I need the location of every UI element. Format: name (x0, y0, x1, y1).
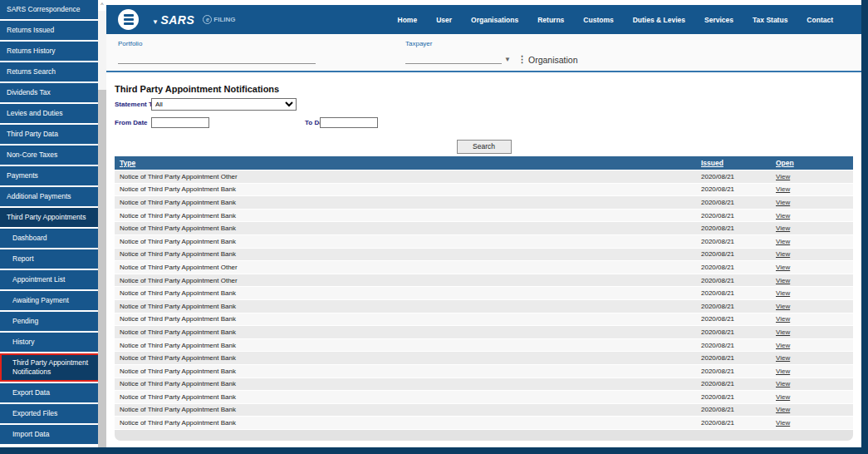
nav-link[interactable]: Tax Status (753, 16, 787, 24)
view-link[interactable]: View (776, 225, 790, 232)
view-link[interactable]: View (776, 185, 790, 193)
to-date-input[interactable] (320, 117, 378, 128)
sidebar-item-label: Returns Issued (7, 26, 54, 34)
sidebar-item-label: Dashboard (12, 234, 47, 242)
cell-type: Notice of Third Party Appointment Bank (115, 199, 696, 206)
view-link[interactable]: View (776, 393, 790, 401)
sidebar-sub-item[interactable]: Exported Files (0, 404, 98, 423)
cell-issued: 2020/08/21 (696, 354, 771, 362)
efiling-logo-text: FILING (213, 16, 235, 23)
view-link[interactable]: View (776, 380, 790, 387)
nav-link[interactable]: Organisations (471, 16, 518, 24)
table-row: Notice of Third Party Appointment Bank 2… (115, 235, 853, 249)
sidebar-item[interactable]: Returns Issued (0, 21, 98, 40)
view-link[interactable]: View (776, 368, 790, 375)
sidebar-item-label: Appointment List (12, 275, 65, 284)
scrollbar-thumb[interactable] (98, 11, 106, 90)
hamburger-menu-icon[interactable] (118, 9, 139, 30)
sidebar-sub-item[interactable]: History (0, 333, 98, 352)
view-link[interactable]: View (776, 315, 790, 323)
cell-issued: 2020/08/21 (696, 185, 771, 193)
sidebar-sub-item[interactable]: Awaiting Payment (0, 291, 98, 310)
sidebar-item-label: Third Party Appointments (7, 213, 86, 221)
view-link[interactable]: View (776, 342, 790, 349)
from-date-input[interactable] (151, 117, 209, 128)
sidebar-item-label: History (12, 338, 34, 346)
statement-type-select[interactable]: All (151, 98, 297, 111)
view-link[interactable]: View (776, 354, 790, 362)
nav-link[interactable]: Contact (807, 16, 833, 24)
view-link[interactable]: View (776, 250, 790, 258)
sidebar-item-label: Exported Files (12, 409, 57, 417)
sidebar-sub-item[interactable]: Export Data (0, 383, 98, 402)
sidebar-item[interactable]: Returns Search (0, 62, 98, 81)
sidebar-item[interactable]: Third Party Data (0, 125, 98, 144)
table-row: Notice of Third Party Appointment Bank 2… (115, 184, 853, 197)
table-row: Notice of Third Party Appointment Bank 2… (115, 365, 853, 378)
view-link[interactable]: View (776, 173, 790, 180)
nav-link[interactable]: Services (704, 16, 733, 24)
sidebar-item-third-party-appointments[interactable]: Third Party Appointments (0, 208, 98, 227)
sars-logo-text: SARS (160, 13, 194, 27)
cell-type: Notice of Third Party Appointment Bank (115, 315, 696, 323)
kebab-menu-icon[interactable]: ⋮ (517, 54, 527, 65)
view-link[interactable]: View (776, 238, 790, 245)
date-filter-row: From Date To Date (115, 116, 853, 131)
sidebar-item[interactable]: Additional Payments (0, 187, 98, 206)
main-panel: ▼ SARS e FILING Home User Organisations … (106, 0, 861, 447)
nav-link[interactable]: User (436, 16, 452, 24)
sars-logo[interactable]: ▼ SARS (152, 13, 194, 27)
sidebar-scrollbar[interactable]: ^ (98, 0, 106, 447)
sidebar-item[interactable]: Payments (0, 166, 98, 185)
cell-issued: 2020/08/21 (696, 303, 771, 310)
sidebar-sub-item[interactable]: Pending (0, 312, 98, 331)
nav-link[interactable]: Home (398, 16, 418, 24)
cell-issued: 2020/08/21 (696, 380, 771, 387)
portfolio-input[interactable] (118, 52, 316, 64)
view-link[interactable]: View (776, 406, 790, 413)
sidebar-item[interactable]: Levies and Duties (0, 104, 98, 123)
table-row: Notice of Third Party Appointment Bank 2… (115, 210, 853, 223)
table-row: Notice of Third Party Appointment Bank 2… (115, 326, 853, 339)
cell-issued: 2020/08/21 (696, 277, 771, 284)
notifications-table: Type Issued Open Notice of Third Party A… (115, 156, 853, 441)
table-row: Notice of Third Party Appointment Bank 2… (115, 339, 853, 353)
sidebar-sub-item[interactable]: Import Data (0, 425, 98, 444)
nav-link[interactable]: Customs (583, 16, 613, 24)
cell-issued: 2020/08/21 (696, 328, 771, 336)
sidebar-item-third-party-appointment-notifications[interactable]: Third Party Appointment Notifications (0, 353, 101, 382)
view-link[interactable]: View (776, 289, 790, 297)
sidebar-sub-item[interactable]: Dashboard (0, 229, 98, 248)
view-link[interactable]: View (776, 328, 790, 336)
cell-type: Notice of Third Party Appointment Bank (115, 185, 696, 193)
sidebar-item-label: Additional Payments (7, 192, 71, 200)
organisation-label: Organisation (528, 55, 578, 65)
view-link[interactable]: View (776, 264, 790, 271)
view-link[interactable]: View (776, 277, 790, 284)
sidebar-sub-item[interactable]: Appointment List (0, 270, 98, 289)
view-link[interactable]: View (776, 212, 790, 220)
view-link[interactable]: View (776, 303, 790, 310)
column-header-issued[interactable]: Issued (696, 159, 771, 167)
cell-issued: 2020/08/21 (696, 173, 771, 180)
table-header: Type Issued Open (115, 156, 853, 170)
sidebar-item-label: Returns History (7, 47, 56, 55)
scroll-up-icon[interactable]: ^ (98, 0, 106, 11)
sidebar-sub-item[interactable]: Report (0, 249, 98, 269)
sidebar-item[interactable]: Returns History (0, 42, 98, 61)
taxpayer-dropdown-caret-icon[interactable]: ▼ (504, 56, 511, 63)
sars-logo-mark-icon: ▼ (152, 18, 159, 26)
view-link[interactable]: View (776, 419, 790, 427)
search-button[interactable]: Search (457, 140, 512, 154)
taxpayer-input[interactable] (405, 52, 502, 64)
column-header-open[interactable]: Open (771, 159, 853, 167)
sidebar-item[interactable]: Non-Core Taxes (0, 146, 98, 165)
sidebar-item[interactable]: SARS Correspondence (0, 0, 98, 19)
nav-link[interactable]: Returns (537, 16, 564, 24)
cell-type: Notice of Third Party Appointment Bank (115, 238, 696, 245)
sidebar-item[interactable]: Dividends Tax (0, 83, 98, 102)
nav-link[interactable]: Duties & Levies (633, 16, 685, 24)
view-link[interactable]: View (776, 199, 790, 206)
sidebar-item-label: Third Party Data (7, 130, 58, 138)
column-header-type[interactable]: Type (115, 159, 696, 167)
